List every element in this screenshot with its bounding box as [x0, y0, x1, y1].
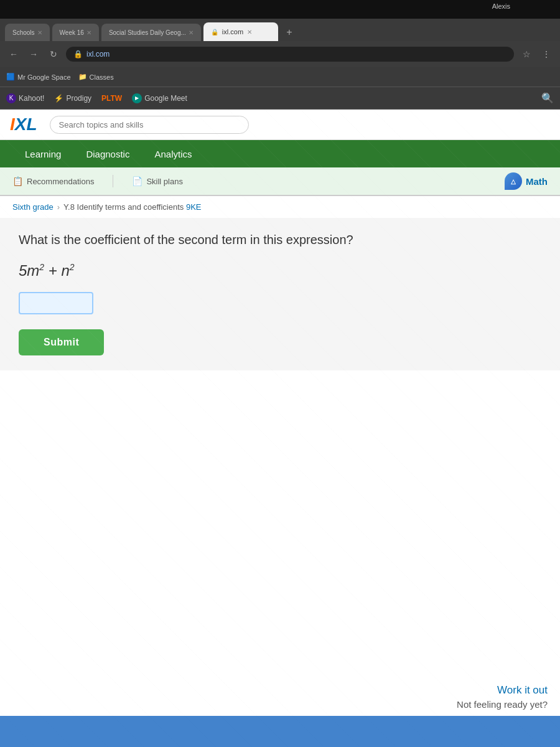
submit-button[interactable]: Submit: [19, 329, 104, 355]
breadcrumb-skill-code: Y.8: [63, 202, 75, 212]
breadcrumb: Sixth grade › Y.8 Identify terms and coe…: [0, 196, 560, 218]
ixl-logo-xl: XL: [15, 115, 37, 134]
toolbar-kahoot-label: Kahoot!: [19, 94, 44, 103]
work-it-out-link[interactable]: Work it out: [457, 684, 548, 697]
subnav-skill-plans[interactable]: 📄 Skill plans: [132, 176, 183, 186]
ixl-subnav-bar: 📋 Recommendations 📄 Skill plans △ Math: [0, 167, 560, 196]
subnav-skill-plans-label: Skill plans: [146, 177, 183, 186]
tab-social-studies[interactable]: Social Studies Daily Geog... ✕: [101, 24, 201, 41]
bookmark-classes[interactable]: 📁 Classes: [78, 73, 114, 82]
math-badge-label: Math: [526, 176, 548, 187]
forward-button[interactable]: →: [26, 47, 41, 62]
nav-learning[interactable]: Learning: [12, 143, 73, 166]
breadcrumb-skill-id: 9KE: [186, 202, 202, 212]
toolbar-prodigy-label: Prodigy: [66, 94, 91, 103]
toolbar-kahoot[interactable]: K Kahoot!: [6, 93, 44, 103]
toolbar-google-meet[interactable]: ▶ Google Meet: [132, 93, 187, 103]
blue-bottom-bar: [0, 716, 560, 747]
skill-plans-icon: 📄: [132, 176, 142, 186]
ixl-search-input[interactable]: [50, 116, 249, 134]
subnav-recommendations[interactable]: 📋 Recommendations: [12, 176, 94, 186]
ixl-logo-i: I: [10, 115, 15, 134]
nav-analytics[interactable]: Analytics: [142, 143, 204, 166]
extensions-button[interactable]: ⋮: [539, 47, 554, 62]
tab-week16-close[interactable]: ✕: [86, 29, 91, 36]
toolbar-google-meet-label: Google Meet: [144, 94, 187, 103]
math-icon: △: [505, 172, 522, 190]
ixl-logo[interactable]: I XL: [10, 115, 37, 134]
question-text: What is the coefficient of the second te…: [19, 233, 541, 247]
back-button[interactable]: ←: [6, 47, 21, 62]
breadcrumb-grade[interactable]: Sixth grade: [12, 202, 54, 212]
main-content-area: What is the coefficient of the second te…: [0, 218, 560, 370]
ixl-nav-bar: Learning Diagnostic Analytics: [0, 140, 560, 167]
not-feeling-ready-text: Not feeling ready yet?: [457, 699, 548, 710]
bookmark-google-space-icon: 🟦: [6, 73, 15, 82]
subnav-divider: [113, 175, 113, 187]
bookmark-button[interactable]: ☆: [519, 47, 534, 62]
toolbar-pltw[interactable]: PLTW: [101, 94, 122, 103]
tab-social-studies-label: Social Studies Daily Geog...: [109, 29, 186, 36]
tab-ixl-close[interactable]: ✕: [247, 29, 252, 35]
tab-social-studies-close[interactable]: ✕: [189, 29, 194, 36]
math-expression: 5m2 + n2: [19, 262, 541, 280]
breadcrumb-sep1: ›: [57, 202, 60, 212]
window-user-label: Alexis: [492, 2, 510, 10]
address-bar[interactable]: 🔒 ixl.com: [66, 47, 514, 62]
address-url: ixl.com: [86, 50, 110, 59]
ixl-header: I XL: [0, 110, 560, 140]
breadcrumb-skill: Y.8 Identify terms and coefficients 9KE: [63, 202, 201, 212]
nav-diagnostic[interactable]: Diagnostic: [73, 143, 142, 166]
prodigy-icon: ⚡: [54, 94, 63, 103]
google-meet-icon: ▶: [132, 93, 142, 103]
tab-week16[interactable]: Week 16 ✕: [52, 24, 99, 41]
kahoot-icon: K: [6, 93, 16, 103]
math-subject-badge[interactable]: △ Math: [505, 172, 548, 190]
tab-week16-label: Week 16: [60, 29, 84, 36]
recommendations-icon: 📋: [12, 176, 23, 186]
tab-ixl[interactable]: 🔒 ixl.com ✕: [203, 22, 278, 41]
bookmark-mr-google-space[interactable]: 🟦 Mr Google Space: [6, 73, 71, 82]
answer-input[interactable]: [19, 292, 93, 314]
pltw-label: PLTW: [101, 94, 122, 103]
tab-schools[interactable]: Schools ✕: [5, 24, 50, 41]
toolbar-search-icon[interactable]: 🔍: [541, 92, 554, 104]
bookmark-mr-google-space-label: Mr Google Space: [17, 73, 71, 81]
tab-ixl-label: ixl.com: [222, 28, 243, 35]
tab-schools-label: Schools: [12, 29, 35, 36]
bottom-helpers: Work it out Not feeling ready yet?: [457, 684, 548, 710]
tab-schools-close[interactable]: ✕: [37, 29, 42, 36]
subnav-recommendations-label: Recommendations: [27, 177, 94, 186]
breadcrumb-skill-name: Identify terms and coefficients: [77, 202, 186, 212]
reload-button[interactable]: ↻: [46, 47, 61, 62]
toolbar-prodigy[interactable]: ⚡ Prodigy: [54, 94, 91, 103]
bookmark-classes-label: Classes: [90, 73, 114, 81]
bookmark-classes-icon: 📁: [78, 73, 87, 82]
new-tab-button[interactable]: +: [281, 24, 298, 41]
